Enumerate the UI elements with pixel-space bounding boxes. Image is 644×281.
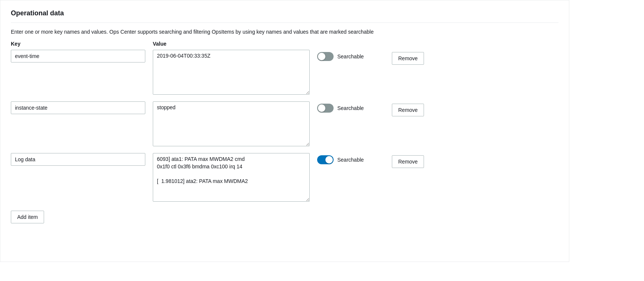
searchable-group-3: Searchable	[317, 153, 384, 164]
add-item-button[interactable]: Add item	[11, 211, 44, 223]
remove-button-2[interactable]: Remove	[392, 104, 424, 116]
value-textarea-2[interactable]: stopped	[153, 101, 310, 146]
section-title: Operational data	[11, 9, 558, 23]
value-column-header: Value	[153, 41, 167, 47]
searchable-group-2: Searchable	[317, 101, 384, 113]
key-column-header: Key	[11, 41, 145, 47]
table-row: 6093] ata1: PATA max MWDMA2 cmd 0x1f0 ct…	[11, 153, 558, 202]
key-input-2[interactable]	[11, 101, 145, 114]
value-textarea-1[interactable]: 2019-06-04T00:33:35Z	[153, 50, 310, 95]
table-row: 2019-06-04T00:33:35Z Searchable Remove	[11, 50, 558, 95]
remove-button-3[interactable]: Remove	[392, 155, 424, 168]
searchable-toggle-1[interactable]	[317, 52, 334, 61]
searchable-label-2: Searchable	[337, 105, 364, 111]
key-input-1[interactable]	[11, 50, 145, 62]
column-headers: Key Value	[11, 41, 558, 47]
row-right-2: stopped Searchable Remove	[153, 101, 558, 146]
toggle-thumb-3	[325, 156, 333, 164]
operational-data-section: Operational data Enter one or more key n…	[0, 0, 569, 262]
toggle-thumb-2	[318, 104, 325, 112]
value-textarea-3[interactable]: 6093] ata1: PATA max MWDMA2 cmd 0x1f0 ct…	[153, 153, 310, 202]
searchable-group-1: Searchable	[317, 50, 384, 61]
row-right-3: 6093] ata1: PATA max MWDMA2 cmd 0x1f0 ct…	[153, 153, 558, 202]
remove-button-1[interactable]: Remove	[392, 52, 424, 65]
data-rows-container: 2019-06-04T00:33:35Z Searchable Remove s…	[11, 50, 558, 202]
searchable-toggle-2[interactable]	[317, 104, 334, 113]
table-row: stopped Searchable Remove	[11, 101, 558, 146]
searchable-label-1: Searchable	[337, 54, 364, 59]
section-description: Enter one or more key names and values. …	[11, 29, 558, 35]
searchable-label-3: Searchable	[337, 157, 364, 163]
toggle-thumb-1	[318, 53, 325, 60]
key-input-3[interactable]	[11, 153, 145, 166]
searchable-toggle-3[interactable]	[317, 155, 334, 164]
row-right-1: 2019-06-04T00:33:35Z Searchable Remove	[153, 50, 558, 95]
